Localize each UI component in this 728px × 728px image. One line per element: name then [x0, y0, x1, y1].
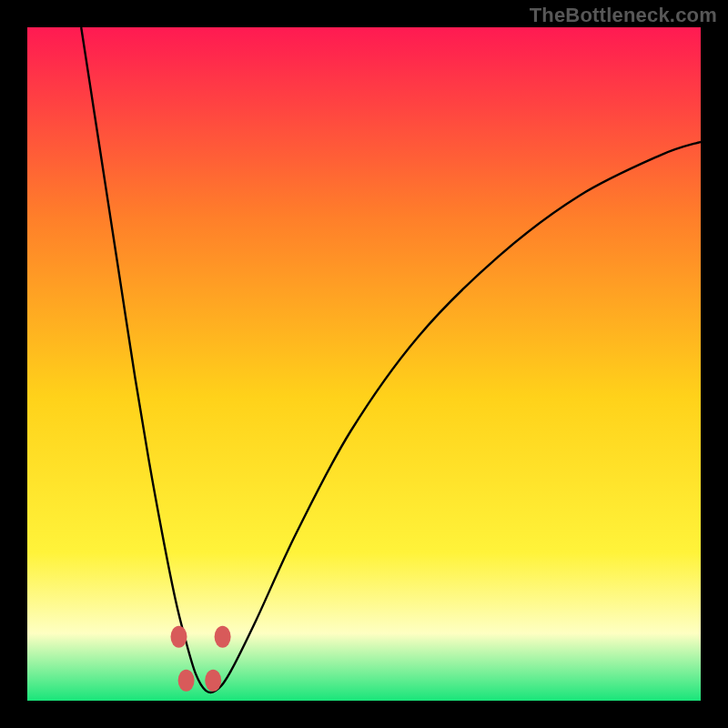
curve-marker [178, 670, 195, 692]
plot-area [27, 27, 701, 701]
curve-marker [171, 626, 187, 648]
chart-svg [27, 27, 701, 701]
curve-marker [205, 670, 221, 692]
curve-marker [215, 626, 231, 648]
watermark-text: TheBottleneck.com [530, 4, 717, 27]
chart-frame: TheBottleneck.com [0, 0, 728, 728]
gradient-background [27, 27, 701, 701]
